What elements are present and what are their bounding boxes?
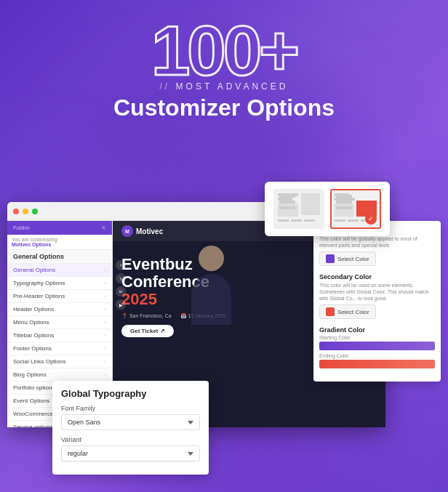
secondary-color-desc: This color will be used on some elements…: [319, 282, 435, 302]
menu-item-label: Typography Options: [13, 280, 65, 286]
menu-item-menu[interactable]: Menu Options ›: [7, 316, 112, 329]
svg-rect-13: [335, 219, 345, 222]
event-location: 📍 San Francisco, Ca: [121, 313, 172, 319]
close-x[interactable]: ✕: [101, 225, 106, 231]
secondary-color-select-btn[interactable]: Select Color: [319, 305, 376, 319]
hero-subtitle: MOST ADVANCED: [0, 81, 448, 92]
selected-checkmark: ✓: [365, 213, 377, 225]
menu-item-preheader[interactable]: Pre-Header Options ›: [7, 290, 112, 303]
global-color-swatch: [326, 254, 335, 263]
website-logo: M Motivec: [121, 225, 163, 237]
chevron-right-icon: ›: [104, 319, 106, 326]
menu-item-social[interactable]: Social Links Options ›: [7, 355, 112, 368]
chevron-right-icon: ›: [104, 371, 106, 378]
person-silhouette: [182, 240, 240, 371]
customizer-current: Motivec Options: [12, 242, 51, 247]
browser-maximize-dot: [32, 209, 38, 214]
font-family-select[interactable]: Open Sans Roboto Lato: [61, 414, 200, 430]
starting-color-label: Starting Color: [319, 335, 435, 340]
menu-item-label: Service options: [13, 424, 53, 427]
get-ticket-button[interactable]: Get Ticket ↗: [121, 325, 174, 337]
secondary-color-option: Secondary Color This color will be used …: [319, 273, 435, 319]
typography-panel-title: Global Typography: [61, 388, 200, 399]
menu-item-label: Portfolio options: [13, 384, 55, 391]
svg-rect-14: [348, 219, 359, 222]
menu-item-general[interactable]: General Options ›: [7, 264, 112, 277]
font-family-field: Font Family Open Sans Roboto Lato: [61, 405, 200, 430]
secondary-color-btn-label: Select Color: [337, 309, 369, 315]
variant-label: Variant: [61, 436, 200, 443]
menu-item-label: Event Options: [13, 398, 49, 404]
hero-section: 100+ MOST ADVANCED Customizer Options: [0, 0, 448, 129]
secondary-color-swatch: [326, 307, 335, 316]
global-color-desc: This color will be globally applied to m…: [319, 235, 435, 249]
menu-item-footer[interactable]: Footer Options ›: [7, 342, 112, 355]
svg-rect-10: [335, 198, 355, 201]
svg-rect-7: [304, 219, 315, 222]
ending-color-bar: [319, 360, 435, 368]
menu-item-label: Blog Options: [13, 371, 47, 378]
svg-rect-9: [335, 193, 349, 196]
typography-panel: Global Typography Font Family Open Sans …: [52, 381, 209, 475]
layout-option-1[interactable]: [273, 189, 324, 229]
linkedin-icon[interactable]: in: [116, 286, 126, 297]
menu-item-typography[interactable]: Typography Options ›: [7, 277, 112, 290]
global-color-btn-label: Select Color: [337, 256, 369, 262]
variant-select[interactable]: regular bold italic: [61, 445, 200, 461]
menu-item-blog[interactable]: Blog Options ›: [7, 368, 112, 382]
logo-text: Motivec: [136, 227, 163, 235]
global-color-select-btn[interactable]: Select Color: [319, 251, 376, 266]
customizer-breadcrumb: You are customizing Motivec Options: [7, 235, 112, 250]
customizer-section: General Options: [7, 250, 112, 264]
chevron-right-icon: ›: [104, 306, 106, 312]
svg-rect-2: [278, 198, 292, 201]
browser-close-dot: [13, 209, 19, 214]
variant-field: Variant regular bold italic: [61, 436, 200, 461]
chevron-right-icon: ›: [104, 358, 106, 365]
starting-color-bar: [319, 342, 435, 350]
starting-color-row: Starting Color: [319, 335, 435, 350]
hero-number: 100+: [0, 16, 448, 86]
menu-item-label: Pre-Header Options: [13, 293, 65, 299]
chevron-right-icon: ›: [104, 345, 106, 352]
layout-selector: ✓: [265, 182, 390, 236]
youtube-icon[interactable]: ▶: [116, 299, 126, 310]
hero-title: Customizer Options: [0, 94, 448, 121]
svg-rect-11: [335, 203, 353, 217]
menu-item-label: Social Links Options: [13, 358, 65, 365]
menu-item-label: General Options: [13, 267, 55, 273]
gradient-color-option: Gradient Color Starting Color Ending Col…: [319, 326, 435, 368]
menu-item-titlebar[interactable]: Titlebar Options ›: [7, 329, 112, 342]
menu-item-label: Header Options: [13, 306, 54, 312]
customizer-header: Publish ✕: [7, 221, 112, 235]
color-options-panel: Global Color This color will be globally…: [313, 221, 441, 382]
facebook-icon[interactable]: f: [116, 260, 126, 270]
chevron-right-icon: ›: [104, 332, 106, 339]
gradient-color-title: Gradient Color: [319, 326, 435, 334]
svg-rect-5: [278, 219, 289, 222]
chevron-right-icon: ›: [104, 293, 106, 299]
svg-rect-4: [301, 193, 320, 215]
menu-item-label: Footer Options: [13, 345, 52, 352]
menu-item-header[interactable]: Header Options ›: [7, 303, 112, 316]
svg-rect-1: [278, 193, 298, 196]
font-family-label: Font Family: [61, 405, 200, 412]
svg-rect-6: [291, 219, 302, 222]
browser-minimize-dot: [23, 209, 28, 214]
publish-button[interactable]: Publish: [13, 225, 30, 230]
ending-color-label: Ending Color: [319, 353, 435, 358]
chevron-right-icon: ›: [104, 267, 106, 273]
logo-icon: M: [121, 225, 133, 237]
social-sidebar: f 𝕏 in ▶: [113, 257, 129, 312]
twitter-icon[interactable]: 𝕏: [116, 273, 126, 283]
menu-item-label: Menu Options: [13, 319, 49, 326]
ending-color-row: Ending Color: [319, 353, 435, 368]
layout-option-2[interactable]: ✓: [330, 189, 381, 229]
secondary-color-title: Secondary Color: [319, 273, 435, 281]
svg-rect-3: [278, 203, 298, 217]
chevron-right-icon: ›: [104, 280, 106, 286]
menu-item-label: Titlebar Options: [13, 332, 54, 339]
